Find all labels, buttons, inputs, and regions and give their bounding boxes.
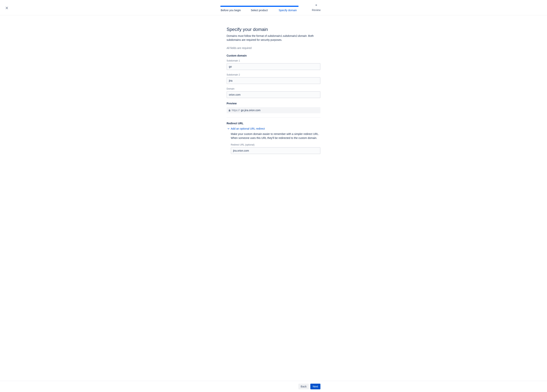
- step-label: Select product: [251, 9, 268, 12]
- page-description: Domains must follow the format of subdom…: [226, 34, 321, 42]
- redirect-section: Redirect URL Add an optional URL redirec…: [226, 122, 321, 154]
- step-review[interactable]: Review: [302, 5, 330, 12]
- redirect-url-input[interactable]: [231, 147, 321, 154]
- redirect-url-label: Redirect URL (optional): [231, 143, 321, 146]
- subdomain1-input[interactable]: [226, 63, 321, 70]
- step-select-product[interactable]: Select product: [245, 5, 274, 12]
- step-label: Specify domain: [279, 9, 297, 12]
- domain-label: Domain: [226, 87, 321, 90]
- preview-domain: go.jira.orion.com: [241, 109, 260, 112]
- custom-domain-section-label: Custom domain: [226, 54, 321, 57]
- step-label: Before you begin: [221, 9, 241, 12]
- main-content: Specify your domain Domains must follow …: [226, 27, 321, 176]
- redirect-description: Make your custom domain easier to rememb…: [231, 132, 321, 140]
- subdomain1-label: Subdomain 1: [226, 59, 321, 62]
- step-specify-domain[interactable]: Specify domain: [274, 5, 302, 12]
- step-label: Review: [312, 8, 321, 12]
- close-button[interactable]: [5, 6, 9, 10]
- field-subdomain2: Subdomain 2: [226, 73, 321, 84]
- stepper: Before you begin Select product Specify …: [213, 5, 334, 12]
- step-dot-icon: [315, 4, 317, 6]
- redirect-section-label: Redirect URL: [226, 122, 321, 125]
- preview-section-label: Preview: [226, 102, 321, 105]
- header: Before you begin Select product Specify …: [0, 0, 547, 15]
- redirect-expand-toggle[interactable]: Add an optional URL redirect: [227, 127, 321, 130]
- field-redirect-url: Redirect URL (optional): [231, 143, 321, 154]
- field-domain: Domain: [226, 87, 321, 98]
- chevron-down-icon: [227, 127, 230, 130]
- close-icon: [5, 6, 8, 10]
- description-format: subdomain1.subdomain2.domain: [268, 34, 307, 37]
- redirect-expand-label: Add an optional URL redirect: [231, 127, 265, 130]
- preview-section: Preview https://go.jira.orion.com: [226, 102, 321, 118]
- lock-icon: [228, 109, 231, 112]
- preview-prefix: https://: [232, 109, 240, 112]
- description-prefix: Domains must follow the format of: [226, 34, 268, 37]
- redirect-body: Make your custom domain easier to rememb…: [231, 132, 321, 154]
- subdomain2-input[interactable]: [226, 77, 321, 84]
- step-before-you-begin[interactable]: Before you begin: [217, 5, 245, 12]
- page-title: Specify your domain: [226, 27, 321, 32]
- svg-rect-0: [229, 110, 230, 111]
- field-subdomain1: Subdomain 1: [226, 59, 321, 70]
- required-note: All fields are required: [226, 47, 321, 50]
- preview-box: https://go.jira.orion.com: [226, 107, 321, 113]
- domain-input[interactable]: [226, 91, 321, 98]
- subdomain2-label: Subdomain 2: [226, 73, 321, 76]
